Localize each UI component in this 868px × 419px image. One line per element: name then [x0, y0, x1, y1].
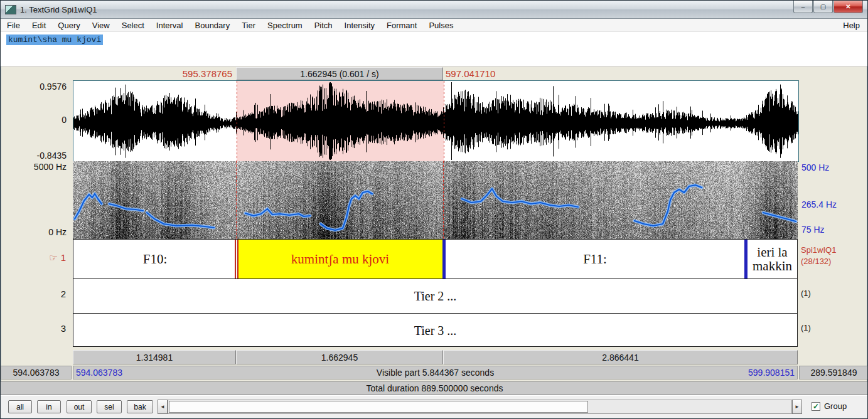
menu-view[interactable]: View: [92, 21, 110, 30]
interval-boundary-2[interactable]: [744, 240, 747, 278]
spectrogram-panel[interactable]: [73, 161, 798, 239]
menu-query[interactable]: Query: [58, 21, 80, 30]
selection-duration-label: 1.662945 (0.601 / s): [300, 69, 378, 79]
menu-boundary[interactable]: Boundary: [195, 21, 230, 30]
zoom-in-button[interactable]: in: [37, 400, 61, 413]
duration-segment-selection[interactable]: 1.662945: [236, 350, 443, 364]
pitch-top-label: 500 Hz: [801, 162, 829, 172]
minimize-button[interactable]: –: [793, 1, 813, 13]
menu-intensity[interactable]: Intensity: [345, 21, 375, 30]
finger-icon: ☞: [49, 252, 57, 263]
menu-file[interactable]: File: [7, 21, 20, 30]
selection-start-time[interactable]: 595.378765: [183, 68, 232, 79]
spectrogram-top-freq-label: 5000 Hz: [34, 162, 67, 172]
interval-text-selected[interactable]: kumint\sha mu kjovi: [6, 34, 103, 45]
tier3-number[interactable]: 3: [61, 323, 66, 334]
zoom-bak-button[interactable]: bak: [127, 400, 153, 413]
spectrogram-canvas[interactable]: [73, 161, 798, 239]
tier2-number[interactable]: 2: [61, 289, 66, 299]
amplitude-zero-label: 0: [62, 115, 67, 125]
visible-part-label: Visible part 5.844367 seconds: [73, 368, 797, 378]
menu-formant[interactable]: Formant: [387, 21, 417, 30]
menu-select[interactable]: Select: [122, 21, 144, 30]
interval-text-field[interactable]: kumint\sha mu kjovi: [1, 32, 867, 66]
tier-grid: F10: kumintʃa mu kjovi F11: ieri la makk…: [73, 239, 798, 347]
window-start-time: 594.063783: [1, 366, 72, 379]
zoom-out-button[interactable]: out: [67, 400, 92, 413]
group-checkbox[interactable]: ✓: [812, 402, 820, 411]
tier1-selected-interval[interactable]: kumintʃa mu kjovi: [237, 240, 444, 278]
spectrogram-bottom-freq-label: 0 Hz: [48, 227, 67, 237]
horizontal-scrollbar[interactable]: [168, 400, 792, 414]
tier-3[interactable]: Tier 3 ...: [73, 313, 797, 347]
tier-1[interactable]: F10: kumintʃa mu kjovi F11: ieri la makk…: [73, 240, 797, 278]
group-label: Group: [824, 401, 847, 411]
tier3-interval[interactable]: Tier 3 ...: [73, 314, 797, 347]
menu-tier[interactable]: Tier: [242, 21, 255, 30]
title-bar[interactable]: 1. TextGrid Spi1wIQ1: [1, 1, 867, 19]
tier1-name-label: Spi1wIQ1: [801, 245, 836, 255]
pitch-bottom-label: 75 Hz: [801, 225, 825, 235]
duration-segment-right[interactable]: 2.866441: [443, 350, 798, 364]
window-title: 1. TextGrid Spi1wIQ1: [20, 5, 97, 14]
bottom-controls: all in out sel bak ◄ ► ✓ Group: [1, 395, 868, 419]
maximize-button[interactable]: ▢: [813, 1, 833, 13]
tier1-count-label: (28/132): [801, 257, 831, 266]
window-buttons: – ▢ ✕: [793, 1, 863, 13]
textgrid-editor-window: 1. TextGrid Spi1wIQ1 – ▢ ✕ File Edit Que…: [0, 0, 868, 419]
interval-boundary-1[interactable]: [442, 240, 446, 278]
group-control[interactable]: ✓ Group: [812, 401, 847, 411]
scrollbar-thumb[interactable]: [169, 401, 588, 413]
amplitude-max-label: 0.9576: [40, 82, 67, 92]
tier2-count-label: (1): [801, 289, 811, 298]
zoom-all-button[interactable]: all: [8, 400, 32, 413]
menu-edit[interactable]: Edit: [32, 21, 46, 30]
scroll-right-arrow[interactable]: ►: [792, 400, 802, 414]
total-duration-label: Total duration 889.500000 seconds: [367, 383, 503, 393]
tier1-interval-f10[interactable]: F10:: [73, 240, 237, 278]
menu-spectrum[interactable]: Spectrum: [267, 21, 303, 30]
tier-2[interactable]: Tier 2 ...: [73, 278, 797, 313]
menu-help[interactable]: Help: [843, 21, 860, 30]
selection-duration-bar[interactable]: 1.662945 (0.601 / s): [236, 67, 443, 80]
close-button[interactable]: ✕: [833, 1, 863, 13]
tier1-number[interactable]: ☞1: [49, 252, 66, 263]
zoom-sel-button[interactable]: sel: [97, 400, 122, 413]
tier1-interval-ieri[interactable]: ieri la makkin: [746, 240, 798, 278]
selection-end-time[interactable]: 597.041710: [446, 68, 495, 79]
visible-end-time: 599.908151: [748, 368, 795, 378]
duration-segment-left[interactable]: 1.314981: [73, 350, 236, 364]
app-icon: [5, 5, 16, 14]
menu-pulses[interactable]: Pulses: [429, 21, 453, 30]
pitch-current-label: 265.4 Hz: [801, 199, 837, 210]
tier2-interval[interactable]: Tier 2 ...: [73, 279, 797, 313]
window-remaining-time: 289.591849: [799, 366, 868, 379]
visible-start-time: 594.063783: [76, 368, 122, 378]
scroll-left-arrow[interactable]: ◄: [158, 400, 168, 414]
waveform-panel[interactable]: [73, 80, 799, 162]
selection-start-boundary[interactable]: [235, 240, 238, 278]
waveform-canvas[interactable]: [73, 81, 798, 161]
tier1-interval-f11[interactable]: F11:: [444, 240, 746, 278]
menu-interval[interactable]: Interval: [156, 21, 183, 30]
menu-bar: File Edit Query View Select Interval Bou…: [1, 19, 867, 32]
visible-part-bar[interactable]: 594.063783 Visible part 5.844367 seconds…: [73, 366, 798, 379]
tier3-count-label: (1): [801, 323, 811, 332]
menu-pitch[interactable]: Pitch: [314, 21, 333, 30]
amplitude-min-label: -0.8435: [37, 151, 67, 161]
total-duration-bar[interactable]: Total duration 889.500000 seconds: [1, 381, 868, 395]
